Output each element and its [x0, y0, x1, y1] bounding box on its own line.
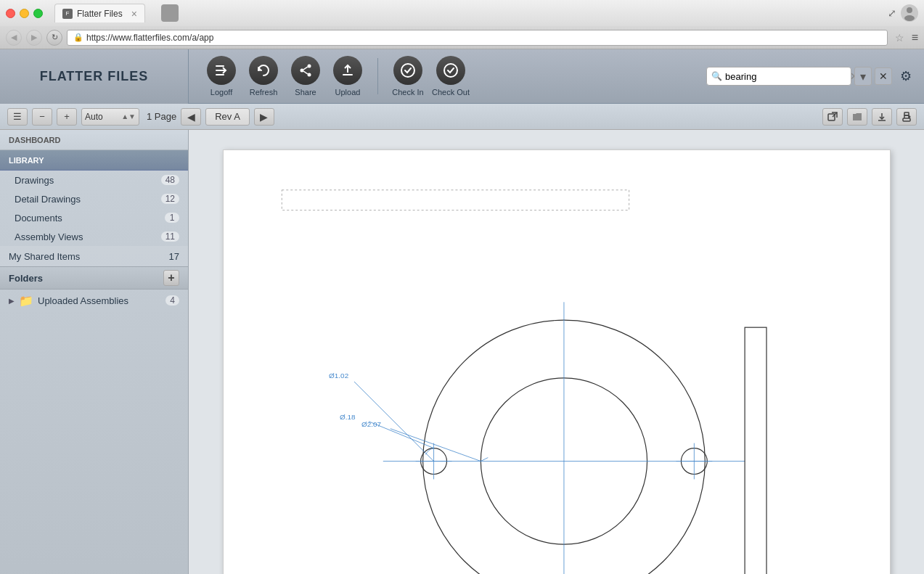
maximize-window-button[interactable] [33, 9, 43, 18]
content-area: Ø1.02 Ø2.07 Ø.18 [189, 130, 924, 574]
svg-point-19 [909, 116, 909, 117]
minimize-window-button[interactable] [20, 9, 29, 18]
address-bar[interactable]: 🔒 https://www.flatterfiles.com/a/app [67, 30, 888, 46]
close-window-button[interactable] [6, 9, 15, 18]
drawing-canvas: Ø1.02 Ø2.07 Ø.18 [224, 150, 890, 574]
svg-line-10 [303, 71, 308, 74]
drawing-sheet: Ø1.02 Ø2.07 Ø.18 [223, 149, 891, 574]
documents-count: 1 [165, 213, 179, 223]
new-tab-button[interactable] [154, 4, 186, 22]
search-icon: 🔍 [711, 71, 722, 81]
zoom-select[interactable]: Auto ▲▼ [81, 108, 139, 126]
add-folder-button[interactable]: + [163, 270, 179, 286]
traffic-lights [6, 9, 43, 18]
toolbar-separator [377, 58, 378, 94]
print-button[interactable] [896, 108, 917, 126]
share-icon [291, 56, 320, 85]
logoff-label: Logoff [210, 88, 232, 97]
upload-icon [333, 56, 362, 85]
svg-text:Ø.18: Ø.18 [340, 413, 356, 421]
library-section: LIBRARY [0, 150, 188, 171]
view-toolbar-right [822, 108, 917, 126]
svg-point-1 [904, 15, 915, 21]
svg-line-35 [481, 458, 488, 462]
uploaded-assemblies-label: Uploaded Assemblies [38, 295, 128, 306]
browser-titlebar: F Flatter Files × ⤢ [0, 0, 924, 26]
sidebar: DASHBOARD LIBRARY Drawings 48 Detail Dra… [0, 130, 189, 574]
folders-section: Folders + [0, 266, 188, 290]
logoff-button[interactable]: Logoff [203, 56, 240, 97]
drawings-label: Drawings [15, 175, 54, 186]
zoom-in-button[interactable]: + [57, 108, 77, 126]
new-tab-icon [161, 4, 179, 22]
bookmark-button[interactable]: ☆ [895, 32, 904, 44]
documents-label: Documents [15, 213, 62, 224]
zoom-dropdown-arrow: ▲▼ [121, 112, 136, 120]
refresh-toolbar-button[interactable]: Refresh [245, 56, 282, 97]
browser-addressbar: ◀ ▶ ↻ 🔒 https://www.flatterfiles.com/a/a… [0, 26, 924, 49]
search-close-button[interactable]: ✕ [875, 67, 892, 85]
panel-toggle-button[interactable]: ☰ [7, 108, 28, 126]
search-input[interactable] [725, 71, 847, 82]
svg-line-9 [303, 67, 308, 70]
next-page-button[interactable]: ▶ [254, 108, 274, 126]
zoom-out-button[interactable]: − [32, 108, 52, 126]
svg-line-37 [368, 422, 433, 448]
browser-chrome: F Flatter Files × ⤢ ◀ ▶ ↻ 🔒 https://www.… [0, 0, 924, 49]
sidebar-folder-uploaded-assemblies[interactable]: ▶ 📁 Uploaded Assemblies 4 [0, 290, 188, 311]
sidebar-item-detail-drawings[interactable]: Detail Drawings 12 [0, 189, 188, 208]
svg-rect-31 [745, 327, 766, 574]
open-new-window-button[interactable] [822, 108, 843, 126]
svg-point-13 [444, 64, 457, 77]
tab-close-button[interactable]: × [131, 8, 137, 20]
tab-title: Flatter Files [77, 9, 123, 19]
refresh-button[interactable]: ↻ [46, 30, 62, 46]
user-avatar [901, 4, 918, 22]
shared-items-label: My Shared Items [9, 251, 80, 262]
assembly-views-label: Assembly Views [15, 231, 83, 242]
sidebar-item-drawings[interactable]: Drawings 48 [0, 171, 188, 189]
checkout-button[interactable]: Check Out [432, 56, 470, 97]
svg-point-12 [401, 64, 414, 77]
ssl-lock-icon: 🔒 [73, 33, 83, 42]
page-info: 1 Page [147, 111, 176, 122]
svg-text:Ø1.02: Ø1.02 [329, 372, 349, 380]
browser-menu-button[interactable]: ≡ [912, 31, 918, 44]
search-dropdown-button[interactable]: ▾ [854, 67, 872, 86]
checkout-icon [436, 56, 465, 85]
folder-button[interactable] [847, 108, 867, 126]
zoom-value: Auto [85, 112, 118, 122]
folder-icon: 📁 [19, 294, 33, 308]
checkin-button[interactable]: Check In [390, 56, 426, 97]
svg-rect-18 [904, 112, 909, 115]
detail-drawings-label: Detail Drawings [15, 194, 81, 205]
folder-left: ▶ 📁 Uploaded Assemblies [9, 294, 128, 308]
upload-button[interactable]: Upload [330, 56, 366, 97]
app-logo: FLATTER FILES [0, 49, 189, 104]
settings-button[interactable]: ⚙ [895, 65, 917, 87]
back-button[interactable]: ◀ [6, 30, 22, 46]
revision-info: Rev A [205, 108, 250, 126]
sidebar-item-shared[interactable]: My Shared Items 17 [0, 246, 188, 266]
share-button[interactable]: Share [287, 56, 324, 97]
app-toolbar: FLATTER FILES Logoff Refresh Share Uploa… [0, 49, 924, 104]
upload-label: Upload [335, 88, 361, 97]
checkin-label: Check In [392, 88, 423, 97]
checkin-icon [393, 56, 422, 85]
svg-rect-4 [216, 74, 224, 75]
svg-point-0 [907, 7, 912, 13]
dashboard-section[interactable]: DASHBOARD [0, 130, 188, 150]
search-box[interactable]: 🔍 ✕ [706, 67, 851, 86]
svg-point-8 [308, 73, 311, 77]
prev-page-button[interactable]: ◀ [181, 108, 201, 126]
svg-text:Ø2.07: Ø2.07 [361, 420, 381, 428]
folder-expand-arrow: ▶ [9, 297, 15, 305]
sidebar-item-assembly-views[interactable]: Assembly Views 11 [0, 227, 188, 246]
app-title: FLATTER FILES [40, 69, 149, 84]
active-tab[interactable]: F Flatter Files × [54, 4, 145, 22]
forward-button[interactable]: ▶ [26, 30, 42, 46]
download-button[interactable] [872, 108, 892, 126]
sidebar-item-documents[interactable]: Documents 1 [0, 208, 188, 227]
resize-button[interactable]: ⤢ [888, 7, 896, 19]
svg-rect-2 [216, 65, 224, 67]
